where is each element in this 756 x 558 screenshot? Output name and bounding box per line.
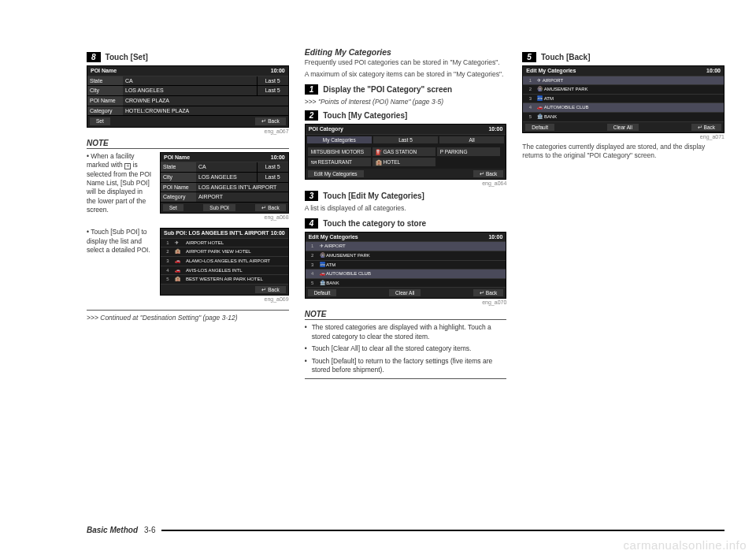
note-rule — [87, 148, 289, 149]
step-number: 8 — [87, 52, 101, 62]
step-1: 1 Display the "POI Category" screen — [305, 84, 507, 95]
caption: eng_a070 — [305, 299, 507, 305]
step-3: 3 Touch [Edit My Categories] — [305, 191, 507, 201]
screenshot-subpoi-list: Sub POI: LOS ANGELES INT'L AIRPORT10:00 … — [160, 228, 289, 296]
column-2: Editing My Categories Frequently used PO… — [305, 47, 507, 382]
shot-time: 10:00 — [271, 68, 285, 74]
step-2: 2 Touch [My Categories] — [305, 110, 507, 121]
editing-heading: Editing My Categories — [305, 47, 507, 57]
footer-page: 3-6 — [144, 526, 155, 534]
caption: eng_a068 — [160, 214, 289, 220]
screenshot-poi-category: POI Category10:00 My Categories Last 5 A… — [305, 124, 507, 180]
caption: eng_a064 — [305, 180, 507, 186]
step-text: Touch [Set] — [106, 53, 148, 61]
note-item-1: • When a facility marked with + is selec… — [87, 152, 289, 224]
watermark: carmanualsonline.info — [624, 538, 747, 552]
note-heading: NOTE — [87, 139, 289, 147]
shot-title: POI Name — [91, 68, 117, 74]
caption: eng_a067 — [87, 128, 289, 134]
note-heading: NOTE — [305, 310, 507, 318]
screenshot-poi-name-set: POI Name10:00 StateCALast 5 CityLOS ANGE… — [87, 65, 289, 128]
footer-rule — [161, 530, 724, 531]
note-bullet: •Touch [Default] to return to the factor… — [305, 357, 507, 375]
note-bullet: •The stored categories are displayed wit… — [305, 323, 507, 341]
page-footer: Basic Method 3-6 — [87, 526, 724, 534]
continued-reference: >>> Continued at "Destination Setting" (… — [87, 314, 289, 322]
screenshot-edit-categories: Edit My Categories10:00 1✈ AIRPORT 2🎡 AM… — [305, 232, 507, 299]
paragraph: A list is displayed of all categories. — [305, 204, 507, 213]
note-bullet: •Touch [Clear All] to clear all the stor… — [305, 344, 507, 353]
screenshot-subpoi-button: POI Name10:00 StateCALast 5 CityLOS ANGE… — [160, 152, 289, 214]
note-item-2: • Touch [Sub POI] to display the list an… — [87, 228, 289, 305]
paragraph: The categories currently displayed are s… — [522, 143, 724, 161]
step-8: 8 Touch [Set] — [87, 52, 289, 62]
caption: eng_a069 — [160, 296, 289, 302]
reference: >>> "Points of Interest (POI) Name" (pag… — [305, 98, 507, 106]
screenshot-touch-back: Edit My Categories10:00 1✈ AIRPORT 2🎡 AM… — [522, 65, 724, 133]
column-3: 5 Touch [Back] Edit My Categories10:00 1… — [522, 47, 724, 382]
paragraph: Frequently used POI categories can be st… — [305, 58, 507, 67]
caption: eng_a071 — [522, 134, 724, 140]
step-5: 5 Touch [Back] — [522, 52, 724, 62]
step-4: 4 Touch the category to store — [305, 218, 507, 229]
paragraph: A maximum of six category items can be s… — [305, 70, 507, 79]
footer-section: Basic Method — [87, 526, 138, 534]
note-rule — [87, 310, 289, 311]
plus-icon: + — [124, 163, 131, 169]
column-1: 8 Touch [Set] POI Name10:00 StateCALast … — [87, 47, 289, 382]
